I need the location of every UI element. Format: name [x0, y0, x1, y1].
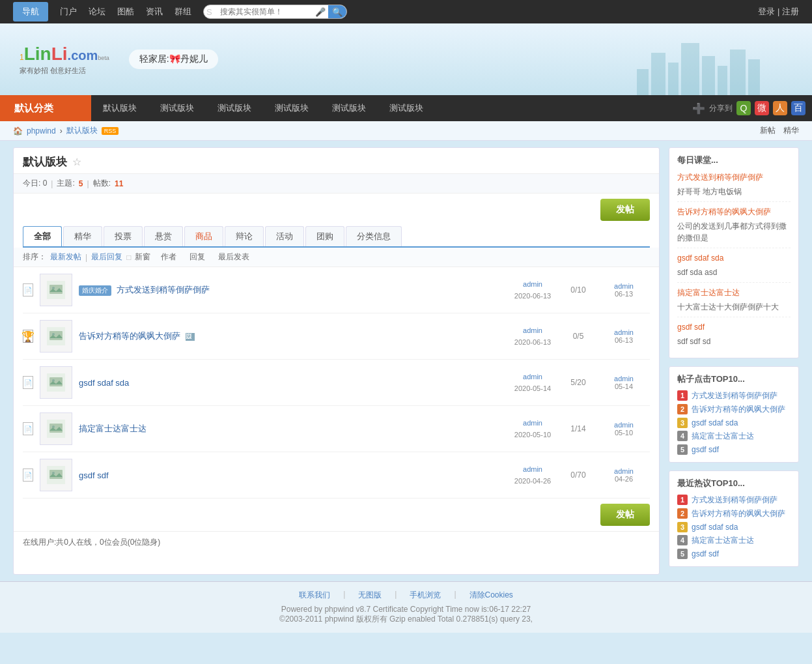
tab-goods[interactable]: 商品	[184, 226, 223, 246]
search-button[interactable]: 🔍	[328, 5, 346, 19]
post-title-link[interactable]: gsdf sdaf sda	[79, 378, 129, 388]
cat-tab-4[interactable]: 测试版块	[320, 95, 378, 121]
search-input[interactable]	[215, 7, 313, 16]
top-nav-links: 导航 门户 论坛 图酷 资讯 群组 S 🎤 🔍	[13, 2, 347, 22]
tab-reward[interactable]: 悬赏	[144, 226, 183, 246]
discuss-link-3[interactable]: 搞定富士达富士达	[692, 535, 754, 546]
share-icon-renren[interactable]: 人	[773, 101, 787, 115]
hot-link-1[interactable]: 告诉对方稍等的飒飒大倒萨	[692, 404, 785, 415]
rank-num-4: 4	[677, 431, 688, 441]
discuss-link-4[interactable]: gsdf sdf	[692, 549, 719, 560]
nav-link-home[interactable]: 导航	[13, 2, 48, 22]
post-title-link[interactable]: gsdf sdf	[79, 470, 109, 480]
last-author[interactable]: admin	[614, 328, 634, 336]
post-button-top[interactable]: 发帖	[600, 199, 650, 221]
post-title-link[interactable]: 搞定富士达富士达	[79, 424, 147, 433]
new-post-link[interactable]: 新帖	[760, 125, 776, 136]
nav-link-groups[interactable]: 群组	[175, 6, 191, 18]
sort-new-link[interactable]: 最新发帖	[50, 252, 81, 263]
forum-star-icon[interactable]: ☆	[72, 156, 81, 168]
post-author[interactable]: admin	[523, 419, 542, 427]
list-item: 1 方式发送到稍等倒萨倒萨	[677, 390, 791, 401]
tab-debate[interactable]: 辩论	[225, 226, 264, 246]
extra-link-0[interactable]: gsdf sdaf sda	[677, 252, 791, 264]
nav-link-gallery[interactable]: 图酷	[117, 6, 134, 18]
tab-all[interactable]: 全部	[23, 226, 62, 246]
logo-lin: Lin	[24, 44, 51, 65]
extra-link-1[interactable]: 搞定富士达富士达	[677, 287, 791, 298]
daily-link-0[interactable]: 方式发送到稍等倒萨倒萨	[677, 171, 791, 183]
daily-text-1: 公司的发送到几事都方式得到撒的撒但是	[677, 220, 791, 244]
post-author[interactable]: admin	[523, 280, 542, 288]
cat-tab-2[interactable]: 测试版块	[206, 95, 263, 121]
post-last-post: admin 04-26	[598, 467, 650, 483]
cat-tab-3[interactable]: 测试版块	[263, 95, 320, 121]
tab-vote[interactable]: 投票	[104, 226, 143, 246]
last-author[interactable]: admin	[614, 282, 634, 290]
breadcrumb: 🏠 phpwind › 默认版块 RSS	[13, 125, 119, 136]
nav-link-forum[interactable]: 论坛	[89, 6, 105, 18]
svg-rect-13	[49, 470, 63, 479]
nav-link-portal[interactable]: 门户	[60, 6, 77, 18]
discuss-link-0[interactable]: 方式发送到稍等倒萨倒萨	[692, 495, 777, 506]
register-link[interactable]: 注册	[782, 7, 799, 16]
last-author[interactable]: admin	[614, 467, 634, 475]
last-date: 05-10	[615, 429, 633, 437]
post-author-meta: admin 2020-06-13	[507, 280, 559, 300]
discuss-link-2[interactable]: gsdf sdaf sda	[692, 522, 738, 533]
thumb-img-icon	[47, 281, 65, 299]
nav-link-news[interactable]: 资讯	[146, 6, 163, 18]
logo-text: 1 Lin Li .com beta	[20, 44, 109, 65]
tab-activity[interactable]: 活动	[265, 226, 304, 246]
tab-classify[interactable]: 分类信息	[346, 226, 402, 246]
online-info: 在线用户:共0人在线，0位会员(0位隐身)	[14, 531, 659, 553]
post-author-meta: admin 2020-04-26	[507, 465, 559, 485]
hot-link-3[interactable]: 搞定富士达富士达	[692, 431, 754, 442]
top-navigation: 导航 门户 论坛 图酷 资讯 群组 S 🎤 🔍 登录 | 注册	[0, 0, 812, 23]
last-author[interactable]: admin	[614, 375, 634, 383]
post-title-link[interactable]: 婚庆婚介 方式发送到稍等倒萨倒萨	[79, 285, 210, 295]
logo-com: .com	[68, 48, 98, 63]
post-author[interactable]: admin	[523, 326, 542, 334]
post-thumbnail	[40, 412, 72, 445]
discuss-link-1[interactable]: 告诉对方稍等的飒飒大倒萨	[692, 508, 785, 519]
breadcrumb-current[interactable]: 默认版块	[66, 125, 98, 136]
forum-tabs: 全部 精华 投票 悬赏 商品 辩论 活动 团购 分类信息	[23, 226, 650, 248]
share-icon-other[interactable]: 百	[791, 101, 805, 115]
post-image-icon: 🖼	[186, 333, 195, 341]
sort-reply-link[interactable]: 最后回复	[91, 252, 122, 263]
post-last-post: admin 05-10	[598, 421, 650, 437]
hot-link-4[interactable]: gsdf sdf	[692, 444, 719, 455]
footer-noimg[interactable]: 无图版	[358, 590, 382, 601]
tab-digest[interactable]: 精华	[63, 226, 102, 246]
hot-link-2[interactable]: gsdf sdaf sda	[692, 418, 738, 429]
post-type-icon: 📄	[23, 422, 33, 435]
list-item: 4 搞定富士达富士达	[677, 431, 791, 442]
hot-link-0[interactable]: 方式发送到稍等倒萨倒萨	[692, 390, 777, 401]
tab-groupbuy[interactable]: 团购	[305, 226, 344, 246]
extra-link-2[interactable]: gsdf sdf	[677, 321, 791, 333]
footer-mobile[interactable]: 手机浏览	[410, 590, 441, 601]
last-author[interactable]: admin	[614, 421, 634, 429]
share-icon-weibo[interactable]: 微	[755, 101, 769, 115]
cat-tab-5[interactable]: 测试版块	[378, 95, 435, 121]
breadcrumb-home[interactable]: phpwind	[27, 126, 56, 136]
sidebar-divider	[677, 201, 791, 202]
cat-tab-1[interactable]: 测试版块	[148, 95, 206, 121]
post-content: gsdf sdf	[79, 470, 500, 480]
table-row: 📄 gsdf sdf admin 2020-04-2	[23, 452, 650, 498]
digest-link[interactable]: 精华	[783, 125, 799, 136]
footer-clearcookies[interactable]: 清除Cookies	[469, 590, 513, 601]
post-title-text: 方式发送到稍等倒萨倒萨	[117, 285, 210, 295]
post-author[interactable]: admin	[523, 465, 542, 473]
post-button-bottom[interactable]: 发帖	[600, 504, 650, 526]
login-link[interactable]: 登录	[758, 7, 775, 16]
share-icon-qzone[interactable]: Q	[736, 101, 751, 115]
footer-contact[interactable]: 联系我们	[299, 590, 330, 601]
post-title-link[interactable]: 告诉对方稍等的飒飒大倒萨 🖼	[79, 331, 195, 341]
site-footer: 联系我们 | 无图版 | 手机浏览 | 清除Cookies Powered by…	[0, 581, 812, 633]
daily-link-1[interactable]: 告诉对方稍等的飒飒大倒萨	[677, 206, 791, 218]
post-author[interactable]: admin	[523, 373, 542, 381]
post-date: 2020-04-26	[514, 477, 551, 485]
cat-tab-0[interactable]: 默认版块	[91, 95, 148, 121]
